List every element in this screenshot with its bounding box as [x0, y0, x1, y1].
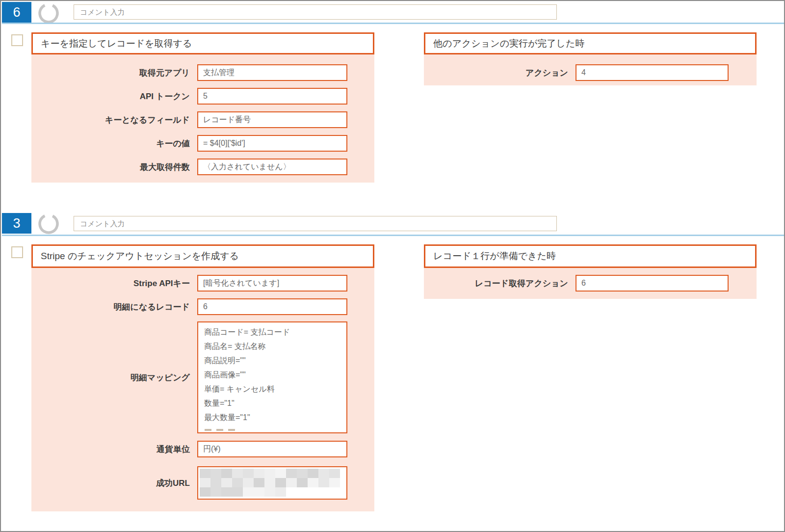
trigger-node: 他のアクションの実行が完了した時 アクション 4 — [424, 32, 757, 85]
mapping-line: 商品説明="" — [204, 353, 340, 368]
step-select-checkbox[interactable] — [11, 246, 23, 258]
field-row: 取得元アプリ 支払管理 — [31, 64, 374, 81]
step-number-badge: 3 — [2, 213, 31, 234]
field-row: レコード取得アクション 6 — [424, 275, 757, 292]
trigger-node-body: レコード取得アクション 6 — [424, 268, 757, 299]
action-node-body: Stripe APIキー [暗号化されています] 明細になるレコード 6 明細マ… — [31, 268, 374, 511]
trigger-node-title[interactable]: レコード１行が準備できた時 — [424, 244, 757, 268]
source-app-field[interactable]: 支払管理 — [197, 64, 347, 81]
field-label: 明細になるレコード — [31, 301, 197, 313]
line-items-record-field[interactable]: 6 — [197, 298, 347, 315]
field-label: レコード取得アクション — [424, 278, 576, 289]
stripe-api-key-field[interactable]: [暗号化されています] — [197, 275, 347, 292]
field-row: アクション 4 — [424, 64, 757, 81]
field-row: API トークン 5 — [31, 88, 374, 105]
trigger-node: レコード１行が準備できた時 レコード取得アクション 6 — [424, 244, 757, 299]
action-title-text: キーを指定してレコードを取得する — [41, 37, 192, 50]
field-label: Stripe APIキー — [31, 278, 197, 289]
workflow-canvas: 6 キーを指定してレコードを取得する 取得元アプリ 支払管理 API トークン … — [0, 0, 785, 532]
action-ref-field[interactable]: 4 — [576, 64, 729, 81]
field-row: Stripe APIキー [暗号化されています] — [31, 275, 374, 292]
trigger-node-body: アクション 4 — [424, 54, 757, 85]
field-row: 通貨単位 円(¥) — [31, 441, 374, 457]
clipped-text-line — [204, 429, 340, 431]
field-label: アクション — [424, 67, 576, 79]
key-value-field[interactable]: = $4[0]['$id'] — [197, 135, 347, 152]
field-label: 最大取得件数 — [31, 161, 197, 173]
trigger-node-title[interactable]: 他のアクションの実行が完了した時 — [424, 32, 757, 54]
action-node: キーを指定してレコードを取得する 取得元アプリ 支払管理 API トークン 5 … — [31, 32, 374, 183]
trigger-title-text: レコード１行が準備できた時 — [433, 250, 556, 263]
success-url-field[interactable] — [197, 466, 347, 500]
field-label: 通貨単位 — [31, 444, 197, 455]
field-row: キーとなるフィールド レコード番号 — [31, 111, 374, 128]
field-label: キーの値 — [31, 138, 197, 149]
currency-field[interactable]: 円(¥) — [197, 441, 347, 457]
mapping-line: 商品名= 支払名称 — [204, 339, 340, 353]
progress-ring-icon — [37, 1, 60, 25]
field-row: 明細マッピング 商品コード= 支払コード 商品名= 支払名称 商品説明="" 商… — [31, 321, 374, 433]
redacted-url-mosaic — [200, 469, 346, 497]
field-label: 成功URL — [31, 478, 197, 489]
comment-input[interactable] — [74, 216, 557, 231]
trigger-title-text: 他のアクションの実行が完了した時 — [433, 37, 584, 50]
mapping-line: 商品コード= 支払コード — [204, 325, 340, 339]
record-fetch-action-field[interactable]: 6 — [576, 275, 729, 292]
mapping-textarea[interactable]: 商品コード= 支払コード 商品名= 支払名称 商品説明="" 商品画像="" 単… — [197, 321, 347, 433]
field-row: 明細になるレコード 6 — [31, 298, 374, 315]
mapping-line: 数量="1" — [204, 396, 340, 410]
mapping-line: 商品画像="" — [204, 368, 340, 382]
mapping-line: 単価= キャンセル料 — [204, 382, 340, 396]
action-node-title[interactable]: Stripe のチェックアウトセッションを作成する — [31, 244, 374, 268]
field-row: キーの値 = $4[0]['$id'] — [31, 135, 374, 152]
step-divider — [2, 23, 784, 24]
field-label: キーとなるフィールド — [31, 114, 197, 126]
mapping-line: 最大数量="1" — [204, 410, 340, 425]
progress-ring-icon — [37, 212, 60, 236]
max-records-field[interactable]: 〈入力されていません〉 — [197, 159, 347, 175]
step-divider — [2, 235, 784, 236]
action-node: Stripe のチェックアウトセッションを作成する Stripe APIキー [… — [31, 244, 374, 511]
step-number-badge: 6 — [2, 2, 31, 23]
comment-input[interactable] — [74, 4, 557, 20]
key-field-field[interactable]: レコード番号 — [197, 111, 347, 128]
field-label: API トークン — [31, 91, 197, 102]
step-select-checkbox[interactable] — [11, 34, 23, 46]
field-row: 成功URL — [31, 466, 374, 500]
action-node-title[interactable]: キーを指定してレコードを取得する — [31, 32, 374, 54]
api-token-field[interactable]: 5 — [197, 88, 347, 105]
field-label: 明細マッピング — [31, 372, 197, 383]
field-label: 取得元アプリ — [31, 67, 197, 79]
action-node-body: 取得元アプリ 支払管理 API トークン 5 キーとなるフィールド レコード番号… — [31, 54, 374, 183]
field-row: 最大取得件数 〈入力されていません〉 — [31, 159, 374, 175]
action-title-text: Stripe のチェックアウトセッションを作成する — [41, 250, 239, 263]
